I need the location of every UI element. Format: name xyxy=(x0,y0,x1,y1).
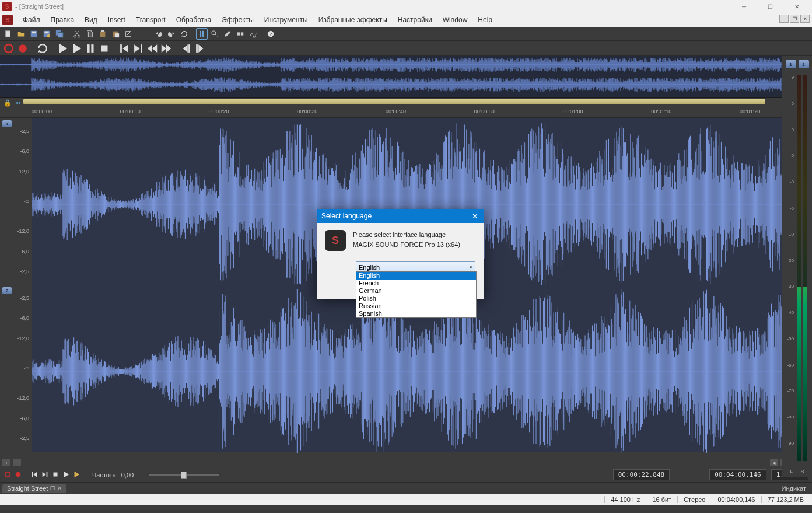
playback-rate-label: Частота: xyxy=(92,472,118,479)
pause-icon[interactable] xyxy=(84,42,97,55)
marker-next-icon[interactable] xyxy=(194,42,206,55)
language-dropdown[interactable]: EnglishFrenchGermanPolishRussianSpanish xyxy=(356,271,477,318)
paste-icon[interactable] xyxy=(97,28,108,40)
svg-rect-27 xyxy=(88,44,90,53)
language-option-english[interactable]: English xyxy=(356,272,476,280)
svg-point-5298 xyxy=(5,472,10,477)
lower-stop-icon[interactable] xyxy=(51,470,60,480)
selection-bar[interactable] xyxy=(23,99,765,104)
mdi-close[interactable]: ✕ xyxy=(800,15,810,23)
undo-icon[interactable] xyxy=(153,28,164,40)
help-bubble-icon[interactable]: ? xyxy=(265,28,276,40)
tool-edit-icon[interactable] xyxy=(196,28,208,40)
language-option-german[interactable]: German xyxy=(356,287,476,295)
menu-fav-effects[interactable]: Избранные эффекты xyxy=(313,13,393,27)
meter-tick: -70 xyxy=(787,388,794,393)
dialog-titlebar[interactable]: Select language ✕ xyxy=(317,209,484,223)
record-arm-icon[interactable] xyxy=(2,42,15,55)
rewind-icon[interactable] xyxy=(146,42,159,55)
new-file-icon[interactable] xyxy=(2,28,14,40)
copy-icon[interactable] xyxy=(84,28,96,40)
menu-process[interactable]: Обработка xyxy=(171,13,217,27)
tool-pencil-icon[interactable] xyxy=(222,28,233,40)
channel-badge-2[interactable]: 2 xyxy=(2,287,12,294)
loop-icon[interactable] xyxy=(36,42,49,55)
scroll-left[interactable]: ◄ xyxy=(770,459,778,466)
lower-go-start-icon[interactable] xyxy=(30,470,38,480)
redo-icon[interactable] xyxy=(166,28,177,40)
language-option-french[interactable]: French xyxy=(356,280,476,287)
menu-window[interactable]: Window xyxy=(438,13,473,27)
paste-special-icon[interactable] xyxy=(110,28,121,40)
tab-restore-icon[interactable]: ❐ xyxy=(50,486,55,491)
play-all-icon[interactable] xyxy=(70,42,83,55)
meter-tick: -10 xyxy=(787,232,794,237)
app-icon xyxy=(2,2,12,11)
tab-straight-street[interactable]: Straight Street ❐ ✕ xyxy=(2,484,66,493)
lock-icon[interactable]: 🔒 xyxy=(4,99,12,107)
tab-close-icon[interactable]: ✕ xyxy=(57,485,62,491)
status-filesize: 77 123,2 МБ xyxy=(761,496,810,503)
menu-edit[interactable]: Правка xyxy=(46,13,80,27)
stop-icon[interactable] xyxy=(98,42,111,55)
indicator-label[interactable]: Индикат xyxy=(781,485,810,492)
marker-prev-icon[interactable] xyxy=(180,42,192,55)
h-scrollbar[interactable] xyxy=(24,460,766,466)
channel-badge-1[interactable]: 1 xyxy=(2,120,12,127)
tool-event-icon[interactable] xyxy=(235,28,246,40)
mix-icon[interactable] xyxy=(123,28,134,40)
menu-file[interactable]: Файл xyxy=(18,13,46,27)
meter-tick: 0 xyxy=(792,153,794,158)
language-option-russian[interactable]: Russian xyxy=(356,302,476,310)
dialog-text: Please select interface language MAGIX S… xyxy=(353,230,460,251)
meter-ch-1[interactable]: 1 xyxy=(786,60,796,68)
meter-ch-2[interactable]: 2 xyxy=(799,60,809,68)
waveform-overview[interactable] xyxy=(0,56,812,98)
menu-insert[interactable]: Insert xyxy=(103,13,131,27)
timeline-strip[interactable]: 🔒 ⇹ xyxy=(0,98,812,109)
menu-effects[interactable]: Эффекты xyxy=(216,13,259,27)
language-option-polish[interactable]: Polish xyxy=(356,295,476,302)
lower-record-arm-icon[interactable] xyxy=(4,470,12,480)
save-as-icon[interactable] xyxy=(41,28,52,40)
record-icon[interactable] xyxy=(16,42,29,55)
playback-rate-slider[interactable] xyxy=(149,471,219,479)
open-file-icon[interactable] xyxy=(15,28,27,40)
menu-help[interactable]: Help xyxy=(473,13,498,27)
minimize-button[interactable]: ─ xyxy=(731,0,757,13)
zoom-in-v[interactable]: + xyxy=(2,459,10,466)
trim-icon[interactable] xyxy=(135,28,147,40)
tool-magnify-icon[interactable] xyxy=(209,28,220,40)
language-option-spanish[interactable]: Spanish xyxy=(356,310,476,317)
save-all-icon[interactable] xyxy=(54,28,65,40)
go-start-icon[interactable] xyxy=(118,42,131,55)
close-button[interactable]: ✕ xyxy=(783,0,810,13)
cut-icon[interactable] xyxy=(71,28,83,40)
svg-rect-5300 xyxy=(32,472,33,477)
maximize-button[interactable]: ☐ xyxy=(757,0,783,13)
lower-play-icon[interactable] xyxy=(62,470,70,480)
forward-icon[interactable] xyxy=(160,42,173,55)
time-ruler[interactable]: 00:00:0000:00:1000:00:2000:00:3000:00:40… xyxy=(0,109,812,118)
menu-transport[interactable]: Transport xyxy=(131,13,171,27)
repeat-icon[interactable] xyxy=(178,28,190,40)
menu-view[interactable]: Вид xyxy=(79,13,103,27)
menu-tools[interactable]: Инструменты xyxy=(259,13,313,27)
db-scale-1: 1 -2,5-6,0-12,0-∞-12,0-6,0-2,5 xyxy=(0,118,32,285)
cursor-time[interactable]: 00:00:22,848 xyxy=(613,469,670,480)
lower-go-end-icon[interactable] xyxy=(41,470,49,480)
app-menu-icon[interactable] xyxy=(2,15,13,25)
snap-icon[interactable]: ⇹ xyxy=(15,99,20,107)
go-end-icon[interactable] xyxy=(132,42,145,55)
mdi-minimize[interactable]: ─ xyxy=(779,15,789,23)
mdi-restore[interactable]: ❐ xyxy=(790,15,799,23)
total-time[interactable]: 00:04:00,146 xyxy=(709,469,766,480)
lower-record-icon[interactable] xyxy=(14,470,22,480)
dialog-close-button[interactable]: ✕ xyxy=(466,209,484,223)
save-icon[interactable] xyxy=(28,28,40,40)
tool-envelope-icon[interactable] xyxy=(247,28,259,40)
menu-settings[interactable]: Настройки xyxy=(393,13,438,27)
play-icon[interactable] xyxy=(56,42,69,55)
lower-play-loop-icon[interactable] xyxy=(72,470,80,480)
zoom-out-v[interactable]: − xyxy=(13,459,21,466)
